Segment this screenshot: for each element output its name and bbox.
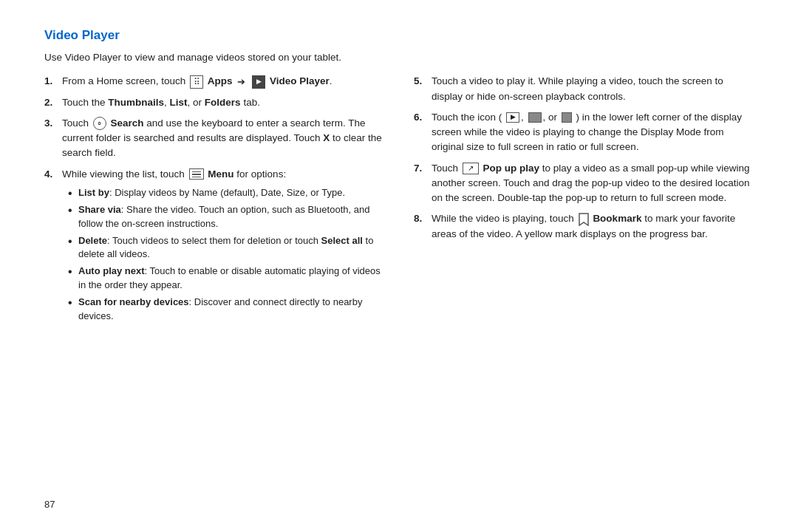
step-3: 3. Touch ⚬ Search and use the keyboard t… [44,116,384,161]
step-number-2: 2. [44,95,58,110]
step-5: 5. Touch a video to play it. While playi… [414,74,754,104]
apps-label: Apps [208,75,233,86]
bullet-dot: • [68,265,75,293]
step-5-content: Touch a video to play it. While playing … [432,74,754,104]
step-number-8: 8. [414,211,427,242]
step-6-content: Touch the icon ( ▶, , or ) in the lower … [432,110,754,155]
right-column: 5. Touch a video to play it. While playi… [414,74,754,491]
menu-options-list: • List by: Display videos by Name (defau… [68,186,384,324]
step-7: 7. Touch Pop up play to play a video as … [414,161,754,206]
apps-icon [190,75,203,89]
bullet-autoplay-text: Auto play next: Touch to enable or disab… [78,265,384,293]
bullet-delete: • Delete: Touch videos to select them fo… [68,234,384,262]
page-title: Video Player [44,28,754,43]
bullet-sharvia: • Share via: Share the video. Touch an o… [68,203,384,231]
page-number: 87 [44,491,754,510]
menu-icon [189,168,204,180]
bullet-dot: • [68,296,75,324]
play-sq-icon [528,112,542,123]
step-3-content: Touch ⚬ Search and use the keyboard to e… [62,116,384,161]
step-8-content: While the video is playing, touch Bookma… [432,211,754,242]
step-7-content: Touch Pop up play to play a video as a s… [432,161,754,206]
step-1: 1. From a Home screen, touch Apps ➔ Vide… [44,74,384,89]
step-1-content: From a Home screen, touch Apps ➔ Video P… [62,74,384,89]
videoplayer-icon [252,75,265,89]
step-8: 8. While the video is playing, touch Boo… [414,211,754,242]
play-sq2-icon [562,112,572,123]
step-number-7: 7. [414,161,427,206]
bullet-dot: • [68,234,75,262]
bullet-dot: • [68,203,75,231]
step-2-content: Touch the Thumbnails, List, or Folders t… [62,95,384,110]
left-column: 1. From a Home screen, touch Apps ➔ Vide… [44,74,384,491]
arrow-icon: ➔ [237,75,245,89]
intro-paragraph: Use Video Player to view and manage vide… [44,50,754,65]
step-4-content: While viewing the list, touch Menu for o… [62,167,384,328]
bookmark-icon [579,213,589,226]
step-6: 6. Touch the icon ( ▶, , or ) in the low… [414,110,754,155]
step-2: 2. Touch the Thumbnails, List, or Folder… [44,95,384,110]
step-number-3: 3. [44,116,58,161]
bullet-listby-text: List by: Display videos by Name (default… [78,186,384,200]
play-small-icon: ▶ [506,112,519,123]
videoplayer-label: Video Player [270,75,330,86]
bullet-scan: • Scan for nearby devices: Discover and … [68,296,384,324]
bullet-sharvia-text: Share via: Share the video. Touch an opt… [78,203,384,231]
bullet-delete-text: Delete: Touch videos to select them for … [78,234,384,262]
bullet-autoplay: • Auto play next: Touch to enable or dis… [68,265,384,293]
step-4: 4. While viewing the list, touch Menu fo… [44,167,384,328]
step-number-1: 1. [44,74,58,89]
bullet-dot: • [68,186,75,200]
step-number-5: 5. [414,74,427,104]
search-icon: ⚬ [93,117,106,130]
popup-icon [463,163,479,174]
step-number-6: 6. [414,110,427,155]
bullet-listby: • List by: Display videos by Name (defau… [68,186,384,200]
step-number-4: 4. [44,167,58,328]
bullet-scan-text: Scan for nearby devices: Discover and co… [78,296,384,324]
